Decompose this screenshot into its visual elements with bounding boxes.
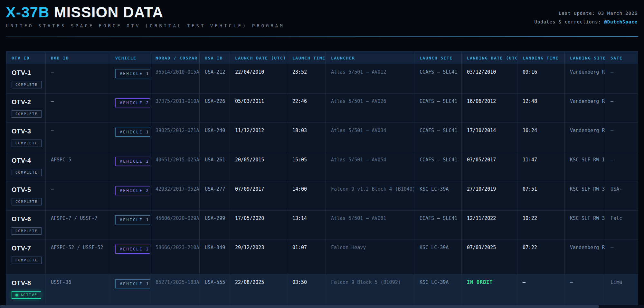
- usa-cell: USA-299: [200, 211, 230, 240]
- satellite-cell: —: [605, 94, 639, 123]
- vehicle-badge: VEHICLE 2: [115, 98, 150, 107]
- vehicle-badge: VEHICLE 2: [115, 186, 150, 195]
- status-label: ACTIVE: [21, 293, 37, 297]
- status-badge-complete: COMPLETE: [12, 257, 42, 264]
- launch_time-cell: 18:03: [287, 123, 326, 152]
- norad-cell: 40651/2015-025A: [150, 152, 200, 181]
- mission-row-otv-8: OTV-8ACTIVEUSSF-36VEHICLE 165271/2025-18…: [6, 275, 639, 306]
- launcher-cell: Atlas 5/501 – AV081: [326, 211, 414, 240]
- launch_site-cell: CCAFS – SLC41: [414, 94, 462, 123]
- landing_date-cell: IN ORBIT: [462, 275, 517, 306]
- vehicle-cell: VEHICLE 1: [110, 64, 150, 94]
- launch_time-cell: 13:14: [287, 211, 326, 240]
- landing_date-cell: 12/11/2022: [462, 211, 517, 240]
- column-header-otv: OTV ID: [6, 52, 46, 64]
- status-label: COMPLETE: [15, 141, 38, 145]
- column-header-usa: USA ID: [200, 52, 230, 64]
- vehicle-badge: VEHICLE 1: [115, 215, 150, 224]
- otv-id: OTV-2: [12, 98, 40, 106]
- satellite-cell: USA-: [605, 181, 639, 211]
- otv-id-cell: OTV-6COMPLETE: [6, 211, 46, 240]
- launch_time-cell: 01:07: [287, 240, 326, 275]
- landing_site-cell: Vandenberg RW12: [565, 123, 605, 152]
- otv-id-cell: OTV-1COMPLETE: [6, 64, 46, 94]
- column-header-launcher: LAUNCHER: [326, 52, 414, 64]
- header-row: OTV IDDOD IDVEHICLENORAD / COSPARUSA IDL…: [6, 52, 639, 64]
- column-header-landing_site: LANDING SITE: [565, 52, 605, 64]
- status-label: COMPLETE: [15, 200, 38, 204]
- landing_time-cell: 09:16: [517, 64, 565, 94]
- satellite-cell: Falc: [605, 211, 639, 240]
- landing_date-cell: 17/10/2014: [462, 123, 517, 152]
- otv-id-cell: OTV-3COMPLETE: [6, 123, 46, 152]
- launch_time-cell: 15:05: [287, 152, 326, 181]
- status-label: COMPLETE: [15, 112, 38, 116]
- launch_date-cell: 20/05/2015: [230, 152, 287, 181]
- column-header-satellite: SATE: [605, 52, 639, 64]
- mission-row-otv-6: OTV-6COMPLETEAFSPC-7 / USSF-7VEHICLE 145…: [6, 211, 639, 240]
- launch_date-cell: 22/08/2025: [230, 275, 287, 306]
- page-header: X-37B MISSION DATA UNITED STATES SPACE F…: [0, 0, 644, 37]
- horizontal-scrollbar-thumb[interactable]: [0, 305, 599, 308]
- usa-cell: USA-277: [200, 181, 230, 211]
- status-badge-active: ACTIVE: [12, 291, 41, 299]
- dutchspace-link[interactable]: @DutchSpace: [604, 19, 638, 24]
- mission-row-otv-3: OTV-3COMPLETE—VEHICLE 139025/2012-071AUS…: [6, 123, 639, 152]
- norad-cell: 65271/2025-183A: [150, 275, 200, 306]
- satellite-cell: —: [605, 123, 639, 152]
- launch_site-cell: KSC LC-39A: [414, 275, 462, 306]
- launch_date-cell: 29/12/2023: [230, 240, 287, 275]
- launch_date-cell: 17/05/2020: [230, 211, 287, 240]
- launcher-cell: Falcon 9 v1.2 Block 4 (B1040): [326, 181, 414, 211]
- vehicle-cell: VEHICLE 2: [110, 152, 150, 181]
- norad-cell: 36514/2010-015A: [150, 64, 200, 94]
- otv-id-cell: OTV-4COMPLETE: [6, 152, 46, 181]
- launch_site-cell: KSC LC-39A: [414, 240, 462, 275]
- horizontal-scrollbar[interactable]: [0, 305, 644, 308]
- active-dot-icon: [15, 294, 18, 296]
- otv-id: OTV-4: [12, 157, 40, 164]
- status-label: COMPLETE: [15, 229, 38, 233]
- launch_site-cell: CCAFS – SLC41: [414, 64, 462, 94]
- dod-cell: —: [46, 64, 110, 94]
- usa-cell: USA-349: [200, 240, 230, 275]
- mission-table-head: OTV IDDOD IDVEHICLENORAD / COSPARUSA IDL…: [6, 52, 639, 64]
- launch_site-cell: CCAFS – SLC41: [414, 123, 462, 152]
- mission-row-otv-2: OTV-2COMPLETE—VEHICLE 237375/2011-010AUS…: [6, 94, 639, 123]
- norad-cell: 42932/2017-052A: [150, 181, 200, 211]
- mission-table-body: OTV-1COMPLETE—VEHICLE 136514/2010-015AUS…: [6, 64, 639, 306]
- landing_time-cell: —: [517, 275, 565, 306]
- vehicle-badge: VEHICLE 1: [115, 128, 150, 137]
- vehicle-cell: VEHICLE 2: [110, 181, 150, 211]
- launch_date-cell: 05/03/2011: [230, 94, 287, 123]
- usa-cell: USA-226: [200, 94, 230, 123]
- launch_date-cell: 22/04/2010: [230, 64, 287, 94]
- status-badge-complete: COMPLETE: [12, 198, 42, 205]
- column-header-launch_date: LAUNCH DATE (UTC): [230, 52, 287, 64]
- mission-table-wrap[interactable]: OTV IDDOD IDVEHICLENORAD / COSPARUSA IDL…: [6, 51, 638, 306]
- column-header-vehicle: VEHICLE: [110, 52, 150, 64]
- norad-cell: 37375/2011-010A: [150, 94, 200, 123]
- mission-row-otv-1: OTV-1COMPLETE—VEHICLE 136514/2010-015AUS…: [6, 64, 639, 94]
- landing_site-cell: KSC SLF RW 33: [565, 181, 605, 211]
- launcher-cell: Atlas 5/501 – AV034: [326, 123, 414, 152]
- vehicle-cell: VEHICLE 2: [110, 94, 150, 123]
- vehicle-cell: VEHICLE 1: [110, 123, 150, 152]
- mission-row-otv-7: OTV-7COMPLETEAFSPC-52 / USSF-52VEHICLE 2…: [6, 240, 639, 275]
- dod-cell: —: [46, 123, 110, 152]
- norad-cell: 45606/2020-029A: [150, 211, 200, 240]
- vehicle-cell: VEHICLE 1: [110, 275, 150, 306]
- column-header-dod: DOD ID: [46, 52, 110, 64]
- dod-cell: USSF-36: [46, 275, 110, 306]
- dod-cell: AFSPC-7 / USSF-7: [46, 211, 110, 240]
- landing_time-cell: 07:22: [517, 240, 565, 275]
- otv-id-cell: OTV-8ACTIVE: [6, 275, 46, 306]
- launch_site-cell: CCAFS – SLC41: [414, 211, 462, 240]
- launch_time-cell: 14:00: [287, 181, 326, 211]
- vehicle-cell: VEHICLE 2: [110, 240, 150, 275]
- satellite-cell: —: [605, 240, 639, 275]
- vehicle-badge: VEHICLE 2: [115, 157, 150, 166]
- mission-table: OTV IDDOD IDVEHICLENORAD / COSPARUSA IDL…: [6, 52, 638, 306]
- dod-cell: —: [46, 181, 110, 211]
- status-label: COMPLETE: [15, 170, 38, 175]
